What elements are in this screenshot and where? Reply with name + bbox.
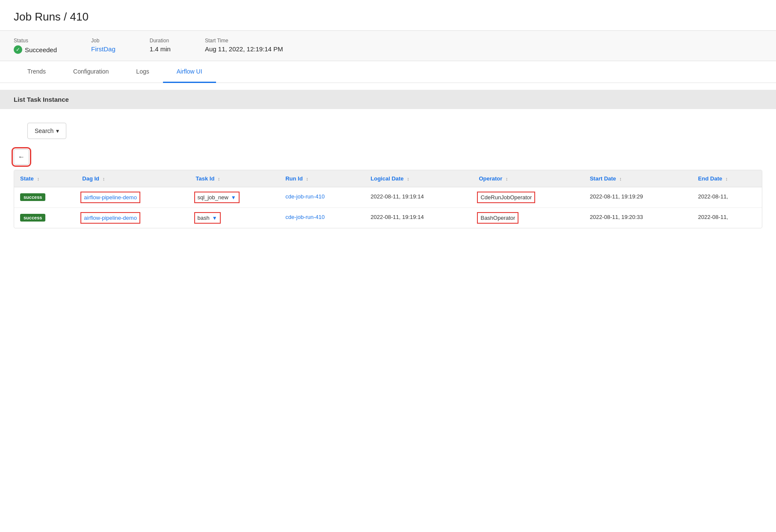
task-id-value: sql_job_new ▼: [196, 193, 238, 201]
search-dropdown[interactable]: Search ▾: [27, 123, 66, 139]
sort-icon-state: ↕: [37, 176, 39, 181]
duration-label: Duration: [150, 38, 171, 44]
cell-run-id: cde-job-run-410: [279, 187, 364, 208]
pagination-area: ←: [14, 149, 762, 165]
page-title: Job Runs / 410: [0, 0, 776, 30]
sort-icon-run-id: ↕: [306, 176, 308, 181]
success-icon: ✓: [14, 45, 22, 54]
tab-logs[interactable]: Logs: [122, 61, 163, 83]
cell-logical-date: 2022-08-11, 19:19:14: [364, 187, 473, 208]
cell-operator: BashOperator: [473, 208, 583, 228]
sort-icon-logical-date: ↕: [407, 176, 409, 181]
task-instance-table: State ↕ Dag Id ↕ Task Id ↕ Run Id ↕ Logi…: [14, 170, 762, 228]
cell-end-date: 2022-08-11,: [692, 208, 762, 228]
job-value[interactable]: FirstDag: [91, 45, 116, 53]
col-logical-date[interactable]: Logical Date ↕: [364, 170, 473, 187]
col-start-date[interactable]: Start Date ↕: [584, 170, 692, 187]
status-label: Status: [14, 38, 57, 44]
job-label: Job: [91, 38, 116, 44]
col-state[interactable]: State ↕: [14, 170, 76, 187]
cell-dag-id[interactable]: airflow-pipeline-demo: [76, 208, 190, 228]
cell-start-date: 2022-08-11, 19:19:29: [584, 187, 692, 208]
job-section: Job FirstDag: [91, 38, 116, 53]
status-section: Status ✓ Succeeded: [14, 38, 57, 54]
task-id-value: bash ▼: [196, 214, 219, 222]
tab-trends[interactable]: Trends: [14, 61, 59, 83]
cell-logical-date: 2022-08-11, 19:19:14: [364, 208, 473, 228]
chevron-down-icon: ▾: [56, 127, 59, 134]
cell-operator: CdeRunJobOperator: [473, 187, 583, 208]
sort-icon-start-date: ↕: [619, 176, 622, 181]
col-dag-id[interactable]: Dag Id ↕: [76, 170, 190, 187]
info-bar: Status ✓ Succeeded Job FirstDag Duration…: [0, 30, 776, 61]
operator-value: BashOperator: [479, 214, 517, 222]
cell-dag-id[interactable]: airflow-pipeline-demo: [76, 187, 190, 208]
cell-state: success: [14, 208, 76, 228]
back-button[interactable]: ←: [14, 149, 29, 165]
run-id-value: cde-job-run-410: [285, 193, 325, 200]
table-header-row: State ↕ Dag Id ↕ Task Id ↕ Run Id ↕ Logi…: [14, 170, 762, 187]
table-row: successairflow-pipeline-demosql_job_new …: [14, 187, 762, 208]
sort-icon-task-id: ↕: [218, 176, 220, 181]
col-task-id[interactable]: Task Id ↕: [190, 170, 280, 187]
tabs: Trends Configuration Logs Airflow UI: [0, 61, 776, 83]
content-area: List Task Instance Search ▾ ← State ↕ Da…: [0, 90, 776, 228]
sort-icon-dag-id: ↕: [103, 176, 105, 181]
section-header: List Task Instance: [0, 90, 776, 109]
cell-run-id: cde-job-run-410: [279, 208, 364, 228]
sort-icon-operator: ↕: [506, 176, 508, 181]
success-badge: success: [20, 214, 45, 222]
operator-value: CdeRunJobOperator: [479, 193, 533, 201]
dag-id-link[interactable]: airflow-pipeline-demo: [82, 193, 139, 201]
tab-configuration[interactable]: Configuration: [59, 61, 122, 83]
cell-task-id: sql_job_new ▼: [190, 187, 280, 208]
success-badge: success: [20, 193, 45, 201]
col-run-id[interactable]: Run Id ↕: [279, 170, 364, 187]
cell-state: success: [14, 187, 76, 208]
tab-airflow-ui[interactable]: Airflow UI: [163, 61, 216, 83]
sort-icon-end-date: ↕: [726, 176, 728, 181]
start-time-section: Start Time Aug 11, 2022, 12:19:14 PM: [205, 38, 283, 53]
table-row: successairflow-pipeline-demobash ▼cde-jo…: [14, 208, 762, 228]
dag-id-link[interactable]: airflow-pipeline-demo: [82, 214, 139, 222]
col-end-date[interactable]: End Date ↕: [692, 170, 762, 187]
cell-end-date: 2022-08-11,: [692, 187, 762, 208]
filter-icon[interactable]: ▼: [231, 195, 236, 201]
col-operator[interactable]: Operator ↕: [473, 170, 583, 187]
start-time-value: Aug 11, 2022, 12:19:14 PM: [205, 45, 283, 53]
start-time-label: Start Time: [205, 38, 283, 44]
cell-start-date: 2022-08-11, 19:20:33: [584, 208, 692, 228]
status-value: Succeeded: [25, 46, 57, 53]
search-label: Search: [35, 127, 53, 134]
duration-section: Duration 1.4 min: [150, 38, 171, 53]
status-badge: ✓ Succeeded: [14, 45, 57, 54]
cell-task-id: bash ▼: [190, 208, 280, 228]
run-id-value: cde-job-run-410: [285, 214, 325, 220]
filter-icon[interactable]: ▼: [212, 215, 217, 221]
duration-value: 1.4 min: [150, 45, 171, 53]
